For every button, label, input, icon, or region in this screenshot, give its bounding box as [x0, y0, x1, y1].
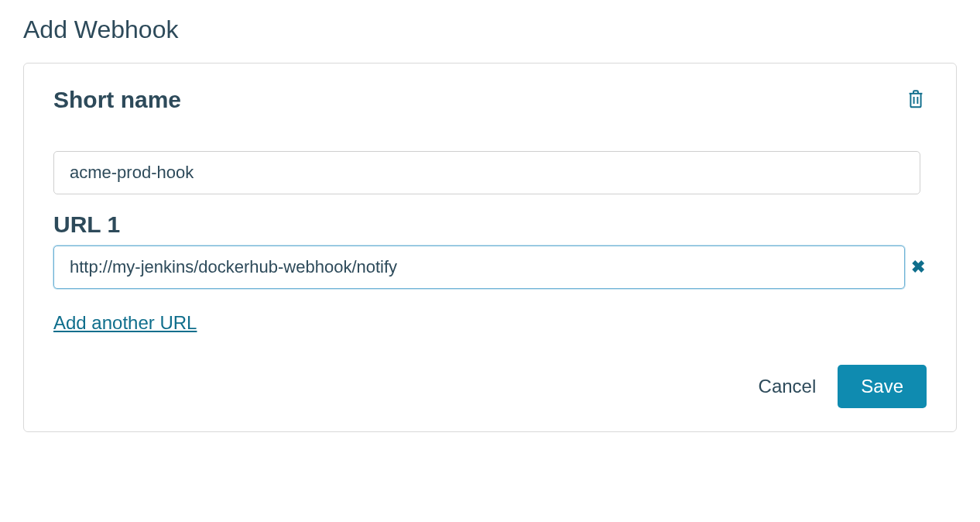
url-1-label: URL 1 [53, 211, 927, 238]
url-row: ✖ [53, 246, 927, 289]
webhook-form-card: Short name URL 1 ✖ Add another URL [23, 63, 957, 432]
short-name-label: Short name [53, 87, 181, 113]
cancel-button[interactable]: Cancel [759, 376, 817, 397]
delete-webhook-button[interactable] [905, 87, 927, 114]
close-icon: ✖ [911, 257, 925, 276]
short-name-input[interactable] [53, 151, 920, 194]
trash-icon [908, 90, 923, 111]
card-header: Short name [53, 87, 927, 114]
page-title: Add Webhook [23, 15, 957, 44]
url-section: URL 1 ✖ [53, 211, 927, 289]
url-1-input[interactable] [53, 246, 905, 289]
save-button[interactable]: Save [838, 365, 927, 408]
form-actions: Cancel Save [53, 365, 927, 408]
remove-url-button[interactable]: ✖ [910, 259, 927, 276]
add-another-url-link[interactable]: Add another URL [53, 312, 197, 334]
